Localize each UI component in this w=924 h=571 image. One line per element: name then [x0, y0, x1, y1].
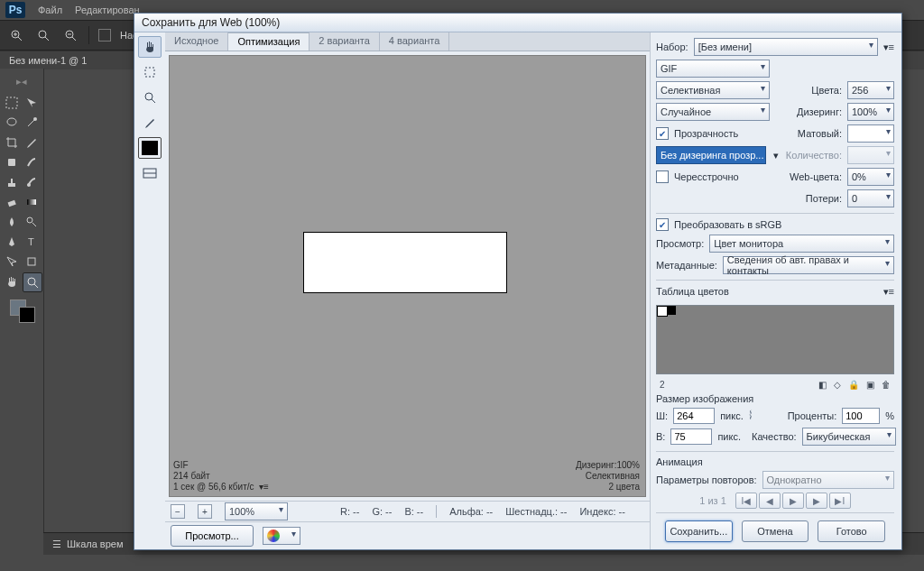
svg-line-1 [18, 37, 22, 41]
sfw-tools [134, 32, 165, 549]
preview-button[interactable]: Просмотр... [171, 525, 254, 547]
reduction-select[interactable]: Селективная [656, 81, 770, 99]
trans-dither-select[interactable]: Без дизеринга прозр... [656, 146, 766, 164]
zoom-icon[interactable] [34, 26, 52, 44]
dither-input[interactable]: 100% [847, 103, 894, 121]
tool-heal[interactable] [3, 153, 21, 171]
svg-rect-25 [145, 68, 154, 77]
sfw-eyedrop-tool[interactable] [138, 112, 162, 134]
preset-menu-icon[interactable]: ▾≡ [883, 41, 894, 53]
tool-gradient[interactable] [23, 193, 41, 211]
sfw-color-swatch[interactable] [138, 137, 162, 159]
doc-tab[interactable]: Без имени-1 @ 1 [9, 55, 87, 66]
svg-rect-15 [11, 179, 13, 183]
sfw-settings: Набор: [Без имени] ▾≡ GIF Селективная Цв… [650, 32, 901, 549]
tab-optimized[interactable]: Оптимизация [228, 32, 310, 51]
sfw-slice-tool[interactable] [138, 61, 162, 83]
background-swatch[interactable] [19, 307, 35, 323]
tool-history-brush[interactable] [23, 173, 41, 191]
ct-icon-2[interactable]: ◇ [834, 380, 841, 390]
preview-select[interactable]: Цвет монитора [709, 235, 894, 253]
svg-text:T: T [28, 236, 34, 247]
tool-dodge[interactable] [23, 213, 41, 231]
width-input[interactable] [673, 408, 715, 424]
sfw-zoom-tool[interactable] [138, 87, 162, 108]
tool-blur[interactable] [3, 213, 21, 231]
tab-four-up[interactable]: 4 варианта [380, 32, 450, 51]
zoom-out-btn[interactable]: − [171, 504, 185, 519]
tool-pen[interactable] [3, 233, 21, 251]
frame-prev: ◀ [759, 493, 781, 509]
checkbox-scrubby[interactable] [98, 29, 111, 41]
frame-last: ▶I [829, 493, 851, 509]
tool-wand[interactable] [23, 114, 41, 132]
ct-icon-trash[interactable]: 🗑 [882, 380, 891, 390]
zoom-select[interactable]: 100% [225, 502, 288, 520]
ct-icon-new[interactable]: ▣ [866, 380, 874, 390]
tool-lasso[interactable] [3, 114, 21, 132]
tool-shape[interactable] [23, 253, 41, 271]
cancel-button[interactable]: Отмена [742, 520, 809, 542]
save-button[interactable]: Сохранить... [665, 520, 733, 542]
interlaced-checkbox[interactable] [656, 170, 669, 183]
frame-next: ▶ [806, 493, 827, 509]
tool-hand[interactable] [3, 272, 21, 290]
browser-select[interactable] [263, 527, 300, 545]
sfw-canvas[interactable]: GIF 214 байт 1 сек @ 56,6 кбит/с ▾≡ Дизе… [169, 55, 646, 497]
tool-stamp[interactable] [3, 173, 21, 191]
ct-icon-3[interactable]: 🔒 [848, 380, 859, 390]
sfw-status: − + 100% R: -- G: -- B: -- Альфа: -- Шес… [165, 501, 650, 521]
transparency-checkbox[interactable]: ✔ [656, 127, 669, 140]
dialog-titlebar[interactable]: Сохранить для Web (100%) [134, 14, 901, 32]
sfw-hand-tool[interactable] [138, 36, 162, 58]
ct-icon-1[interactable]: ◧ [818, 380, 827, 390]
zoom-in-icon[interactable] [7, 26, 25, 44]
svg-line-5 [45, 37, 49, 41]
height-input[interactable] [670, 428, 712, 445]
menu-file[interactable]: Файл [38, 5, 62, 15]
svg-line-7 [72, 37, 76, 41]
color-table[interactable] [656, 305, 894, 374]
zoom-in-btn[interactable]: + [198, 504, 212, 519]
format-select[interactable]: GIF [656, 60, 770, 78]
done-button[interactable]: Готово [818, 520, 885, 542]
sfw-tabs: Исходное Оптимизация 2 варианта 4 вариан… [165, 32, 650, 51]
preview-image [303, 232, 507, 293]
svg-rect-9 [6, 97, 17, 108]
tool-zoom[interactable] [23, 272, 42, 292]
tool-eyedropper[interactable] [23, 134, 41, 152]
srgb-checkbox[interactable]: ✔ [656, 218, 669, 231]
tool-marquee[interactable] [3, 94, 21, 112]
preset-select[interactable]: [Без имени] [694, 38, 878, 56]
lossy-input[interactable]: 0 [847, 189, 894, 207]
percent-input[interactable] [842, 408, 880, 424]
metadata-select[interactable]: Сведения об авт. правах и контакты [723, 256, 894, 274]
tools-panel: ▸◂ T [0, 69, 44, 555]
dither-select[interactable]: Случайное [656, 103, 770, 121]
svg-rect-17 [8, 200, 16, 207]
tab-two-up[interactable]: 2 варианта [310, 32, 380, 51]
link-icon[interactable]: 𝄔 [749, 408, 752, 423]
tool-path[interactable] [3, 253, 21, 271]
preview-info-left: GIF 214 байт 1 сек @ 56,6 кбит/с ▾≡ [173, 460, 408, 493]
matte-select[interactable] [847, 124, 894, 143]
svg-point-4 [39, 31, 46, 38]
websnap-input[interactable]: 0% [847, 168, 894, 186]
frame-first: I◀ [735, 493, 757, 509]
colors-input[interactable]: 256 [847, 81, 894, 99]
ct-menu-icon[interactable]: ▾≡ [883, 286, 894, 298]
sfw-slice-vis[interactable] [138, 162, 162, 184]
tool-brush[interactable] [23, 153, 41, 171]
zoom-out-icon[interactable] [61, 26, 79, 44]
tool-move[interactable] [23, 94, 41, 112]
tool-crop[interactable] [3, 134, 21, 152]
svg-rect-22 [28, 258, 35, 265]
tool-grip[interactable]: ▸◂ [13, 72, 31, 90]
menu-edit[interactable]: Редактирован [75, 5, 140, 15]
svg-point-26 [145, 93, 152, 100]
quality-select[interactable]: Бикубическая [802, 428, 896, 446]
tab-original[interactable]: Исходное [165, 32, 228, 51]
tool-eraser[interactable] [3, 193, 21, 211]
tool-type[interactable]: T [23, 233, 41, 251]
ct-swatch-black[interactable] [667, 306, 676, 315]
